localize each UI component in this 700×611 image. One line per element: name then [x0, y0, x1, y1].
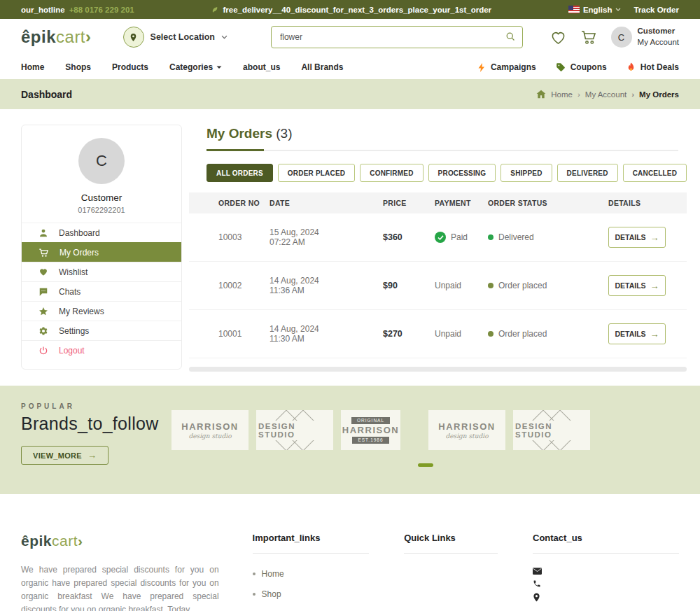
nav-products[interactable]: Products	[112, 62, 148, 72]
important-links-title: Important_links	[253, 533, 370, 543]
track-order-link[interactable]: Track Order	[634, 6, 679, 14]
order-price: $270	[383, 329, 435, 339]
cart-icon[interactable]	[580, 29, 597, 45]
logo[interactable]: êpikcart›	[21, 27, 92, 47]
sidebar-item-settings[interactable]: Settings	[22, 321, 181, 340]
footer-logo[interactable]: êpikcart›	[21, 533, 219, 549]
tab-delivered[interactable]: DELIVERED	[557, 164, 618, 182]
tab-processing[interactable]: PROCESSING	[428, 164, 496, 182]
arrow-right-icon: →	[650, 232, 659, 243]
orders-count: (3)	[276, 126, 292, 141]
footer: êpikcart› We have prepared special disco…	[0, 494, 700, 611]
details-button[interactable]: DETAILS→	[608, 323, 666, 344]
nav-campaigns[interactable]: Campaigns	[477, 62, 536, 73]
my-account-label: My Account	[638, 37, 679, 48]
chevron-down-icon	[615, 8, 621, 11]
footer-about-text: We have prepared special discounts for y…	[21, 563, 219, 611]
tab-cancelled[interactable]: CANCELLED	[623, 164, 687, 182]
dashboard-content: C Customer 01762292201 Dashboard My Orde…	[0, 109, 700, 379]
tab-all-orders[interactable]: ALL ORDERS	[206, 164, 273, 182]
search-icon[interactable]	[505, 31, 516, 42]
nav-all-brands[interactable]: All Brands	[301, 62, 343, 72]
contact-us-title: Contact_us	[533, 533, 679, 543]
wishlist-icon[interactable]	[550, 30, 566, 45]
top-bar: our_hotline +88 0176 229 201 free_delive…	[0, 0, 700, 19]
language-label: English	[583, 6, 612, 14]
details-button[interactable]: DETAILS→	[608, 227, 666, 248]
select-location-label: Select Location	[150, 32, 215, 42]
brand-logo-original-harrison[interactable]: ORIGINAL HARRISON EST.1986	[341, 410, 400, 450]
my-account-menu[interactable]: C Customer My Account	[611, 26, 679, 48]
language-selector[interactable]: English	[568, 6, 622, 14]
customer-name: Customer	[22, 192, 181, 203]
leaf-icon	[211, 6, 219, 14]
details-button[interactable]: DETAILS→	[608, 275, 666, 296]
sidebar-item-dashboard[interactable]: Dashboard	[22, 223, 181, 242]
breadcrumb-my-account[interactable]: My Account	[578, 90, 626, 99]
nav-shops[interactable]: Shops	[65, 62, 91, 72]
account-name: Customer	[638, 26, 679, 37]
tab-shipped[interactable]: SHIPPED	[500, 164, 552, 182]
order-price: $90	[383, 281, 435, 290]
brand-logo-design-studio[interactable]: DESIGN STUDIO	[513, 410, 590, 450]
heart-icon	[38, 267, 48, 276]
carousel-indicator[interactable]	[418, 463, 433, 467]
sidebar-item-my-reviews[interactable]: My Reviews	[22, 301, 181, 321]
search-input[interactable]	[271, 26, 523, 48]
gear-icon	[38, 326, 48, 336]
nav-about-us[interactable]: about_us	[243, 62, 280, 72]
person-icon	[38, 228, 48, 238]
footer-link-home[interactable]: Home	[253, 569, 370, 579]
breadcrumb: Home My Account My Orders	[536, 90, 679, 99]
tab-confirmed[interactable]: CONFIRMED	[360, 164, 423, 182]
brand-logo-design-studio[interactable]: DESIGN STUDIO	[256, 410, 333, 450]
order-filter-tabs: ALL ORDERS ORDER PLACED CONFIRMED PROCES…	[206, 164, 687, 182]
hotline-label: our_hotline	[21, 6, 65, 14]
promo-banner: free_delivery__40_discount_for_next_3_or…	[134, 6, 568, 14]
nav-coupons[interactable]: Coupons	[556, 62, 607, 72]
quick-links-title: Quick Links	[404, 533, 498, 543]
page-title: Dashboard	[21, 89, 72, 100]
sidebar-item-wishlist[interactable]: Wishlist	[22, 262, 181, 281]
brands-section: POPULAR Brands_to_follow VIEW_MORE→ HARR…	[0, 386, 700, 494]
paid-check-icon	[435, 232, 446, 243]
flame-icon	[626, 62, 636, 73]
footer-link-shop[interactable]: Shop	[253, 589, 370, 599]
order-status: Order placed	[488, 281, 608, 290]
order-status: Order placed	[488, 329, 608, 339]
phone-icon	[533, 580, 679, 588]
customer-phone: 01762292201	[22, 206, 181, 214]
orders-table-header: ORDER NO DATE PRICE PAYMENT ORDER STATUS…	[189, 192, 687, 213]
nav-hot-deals[interactable]: Hot Deals	[626, 62, 679, 73]
table-row: 10002 14 Aug, 2024 11:36 AM $90 Unpaid O…	[189, 262, 687, 310]
status-dot	[488, 331, 493, 337]
sidebar-item-my-orders[interactable]: My Orders	[22, 242, 181, 262]
brand-logos-carousel: HARRISON design studio DESIGN STUDIO ORI…	[172, 386, 590, 494]
brand-logo-harrison[interactable]: HARRISON design studio	[172, 410, 248, 450]
horizontal-scrollbar[interactable]	[189, 367, 687, 372]
tab-order-placed[interactable]: ORDER PLACED	[278, 164, 355, 182]
order-date: 14 Aug, 2024 11:36 AM	[270, 276, 383, 295]
lightning-icon	[477, 62, 486, 73]
main-nav: Home Shops Products Categories about_us …	[0, 55, 700, 79]
power-icon	[38, 346, 48, 356]
sidebar-item-chats[interactable]: Chats	[22, 281, 181, 301]
nav-home[interactable]: Home	[21, 62, 44, 72]
table-row: 10003 15 Aug, 2024 07:22 AM $360 Paid De…	[189, 213, 687, 262]
payment-status: Paid	[435, 232, 488, 243]
hotline-number: +88 0176 229 201	[69, 6, 134, 14]
breadcrumb-bar: Dashboard Home My Account My Orders	[0, 79, 700, 109]
sidebar-item-logout[interactable]: Logout	[22, 340, 181, 360]
arrow-right-icon: →	[650, 281, 659, 291]
order-status: Delivered	[488, 232, 608, 242]
breadcrumb-home[interactable]: Home	[536, 90, 573, 99]
orders-title: My Orders (3)	[206, 126, 687, 141]
status-dot	[488, 283, 493, 288]
select-location-dropdown[interactable]: Select Location	[123, 27, 227, 48]
nav-categories[interactable]: Categories	[169, 62, 222, 72]
brand-logo-harrison[interactable]: HARRISON design studio	[428, 410, 505, 450]
payment-status: Unpaid	[435, 281, 488, 290]
payment-status: Unpaid	[435, 329, 488, 339]
order-date: 14 Aug, 2024 11:30 AM	[270, 324, 383, 344]
view-more-button[interactable]: VIEW_MORE→	[21, 446, 108, 465]
